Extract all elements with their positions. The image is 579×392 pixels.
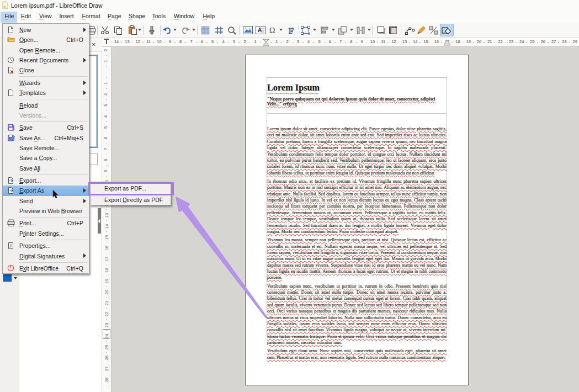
svg-text:a: a: [3, 4, 6, 9]
svg-text:Ω: Ω: [269, 27, 275, 35]
svg-text:F: F: [289, 26, 294, 35]
